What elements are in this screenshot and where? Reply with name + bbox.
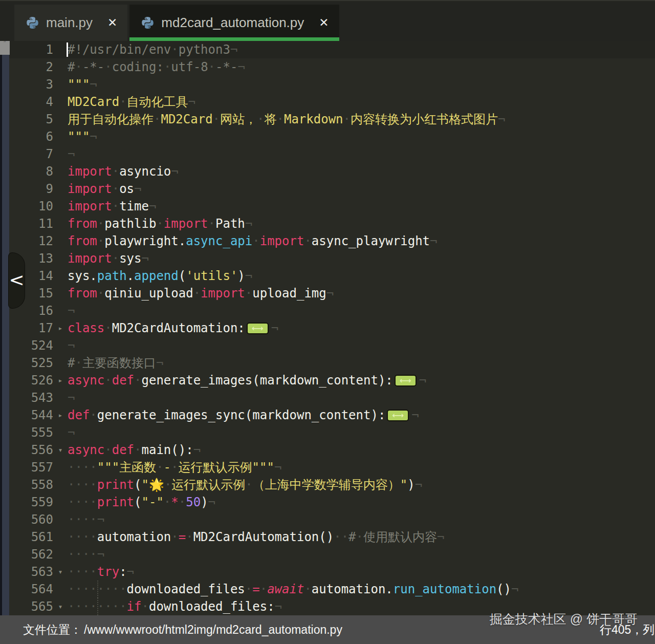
code-line[interactable]: 555¬ [0, 424, 655, 441]
token: ( [179, 269, 186, 283]
folded-code-pill[interactable]: ⟷ [247, 323, 269, 334]
fold-arrow-icon[interactable]: ▸ [53, 406, 68, 424]
code-text[interactable]: import·asyncio¬ [68, 163, 655, 180]
code-line[interactable]: 17▸class·MD2CardAutomation:⟷¬ [0, 319, 655, 337]
code-text[interactable]: import·sys¬ [68, 250, 655, 267]
code-line[interactable]: 1#!/usr/bin/env·python3¬ [0, 41, 655, 58]
code-line[interactable]: 10import·time¬ [0, 198, 655, 215]
whitespace-marks: ···· [68, 495, 97, 509]
token: ) [407, 478, 414, 492]
token: * [171, 495, 178, 509]
code-text[interactable]: """¬ [68, 128, 655, 145]
code-text[interactable]: from·playwright.async_api·import·async_p… [68, 232, 655, 250]
token: import [164, 217, 208, 231]
fold-arrow-icon[interactable]: ▾ [53, 563, 68, 581]
code-line[interactable]: 524¬ [0, 337, 655, 354]
code-text[interactable]: from·pathlib·import·Path¬ [68, 215, 655, 232]
code-text[interactable]: ¬ [68, 302, 655, 319]
code-line[interactable]: 8import·asyncio¬ [0, 163, 655, 180]
code-text[interactable]: 用于自动化操作·MD2Card·网站，·将·Markdown·内容转换为小红书格… [68, 111, 655, 128]
fold-arrow-icon[interactable]: ▸ [53, 372, 68, 389]
code-line[interactable]: 12from·playwright.async_api·import·async… [0, 232, 655, 250]
code-text[interactable]: import·os¬ [68, 180, 655, 198]
code-text[interactable]: ¬ [68, 389, 655, 406]
code-text[interactable]: #!/usr/bin/env·python3¬ [68, 41, 655, 58]
code-line[interactable]: 5用于自动化操作·MD2Card·网站，·将·Markdown·内容转换为小红书… [0, 111, 655, 128]
code-text[interactable]: ····"""主函数·-·运行默认示例"""¬ [68, 459, 655, 476]
folded-code-pill[interactable]: ⟷ [395, 375, 417, 387]
code-line[interactable]: 563▾····try:¬ [0, 563, 655, 581]
whitespace-marks: · [164, 60, 171, 74]
code-text[interactable]: """¬ [68, 76, 655, 93]
code-area[interactable]: 1#!/usr/bin/env·python3¬2#·-*-·coding:·u… [0, 41, 655, 615]
tab-md2card-automation-py[interactable]: md2card_automation.py ✕ [129, 5, 339, 41]
code-line[interactable]: 3"""¬ [0, 76, 655, 93]
fold-gutter [53, 180, 68, 198]
code-text[interactable]: ¬ [68, 424, 655, 441]
code-line[interactable]: 14sys.path.append('utils')¬ [0, 267, 655, 285]
folded-code-pill[interactable]: ⟷ [387, 410, 409, 421]
whitespace-marks: ¬ [415, 478, 422, 492]
code-text[interactable]: ········downloaded_files·=·await·automat… [68, 581, 655, 598]
code-text[interactable]: async·def·generate_images(markdown_conte… [68, 372, 655, 389]
code-line[interactable]: 6"""¬ [0, 128, 655, 145]
code-text[interactable]: ¬ [68, 337, 655, 354]
token: 'utils' [186, 269, 237, 283]
code-line[interactable]: 16¬ [0, 302, 655, 319]
code-text[interactable]: #·-*-·coding:·utf-8·-*-¬ [68, 58, 655, 76]
code-line[interactable]: 564········downloaded_files·=·await·auto… [0, 581, 655, 598]
code-text[interactable]: from·qiniu_upload·import·upload_img¬ [68, 285, 655, 302]
code-text[interactable]: ····try:¬ [68, 563, 655, 581]
whitespace-marks: · [142, 599, 149, 614]
code-text[interactable]: async·def·main():¬ [68, 441, 655, 459]
code-line[interactable]: 559····print("-"·*·50)¬ [0, 493, 655, 511]
code-text[interactable]: ····¬ [68, 546, 655, 563]
code-line[interactable]: 561····automation·=·MD2CardAutomation()·… [0, 528, 655, 546]
code-text[interactable]: ····print("-"·*·50)¬ [68, 493, 655, 511]
code-line[interactable]: 13import·sys¬ [0, 250, 655, 267]
whitespace-marks: · [112, 199, 119, 213]
code-text[interactable]: sys.path.append('utils')¬ [68, 267, 655, 285]
fold-gutter [53, 581, 68, 598]
whitespace-marks: · [90, 408, 97, 422]
fold-arrow-icon[interactable]: ▾ [53, 441, 68, 459]
code-line[interactable]: 7¬ [0, 145, 655, 163]
fold-arrow-icon[interactable]: ▸ [53, 319, 68, 337]
tab-main-py[interactable]: main.py ✕ [14, 5, 127, 41]
code-text[interactable]: ····¬ [68, 511, 655, 528]
code-line[interactable]: 556▾async·def·main():¬ [0, 441, 655, 459]
code-text[interactable]: ····print("🌟·运行默认示例·（上海中学数学辅导内容）")¬ [68, 476, 655, 493]
whitespace-marks: ····¬ [68, 547, 104, 562]
code-text[interactable]: import·time¬ [68, 198, 655, 215]
code-line[interactable]: 558····print("🌟·运行默认示例·（上海中学数学辅导内容）")¬ [0, 476, 655, 493]
fold-gutter [53, 145, 68, 163]
left-scrollbar[interactable] [0, 41, 9, 615]
token: 内容转换为小红书格式图片 [351, 112, 498, 126]
sidebar-collapse-handle[interactable]: < [8, 252, 25, 309]
fold-gutter [53, 76, 68, 93]
code-line[interactable]: 543¬ [0, 389, 655, 406]
whitespace-marks: · [186, 530, 193, 544]
fold-gutter [53, 337, 68, 354]
fold-arrow-icon[interactable]: ▾ [53, 598, 68, 615]
code-line[interactable]: 15from·qiniu_upload·import·upload_img¬ [0, 285, 655, 302]
code-line[interactable]: 557····"""主函数·-·运行默认示例"""¬ [0, 459, 655, 476]
code-line[interactable]: 526▸async·def·generate_images(markdown_c… [0, 372, 655, 389]
code-line[interactable]: 544▸def·generate_images_sync(markdown_co… [0, 406, 655, 424]
code-line[interactable]: 560····¬ [0, 511, 655, 528]
code-text[interactable]: #·主要函数接口¬ [68, 354, 655, 372]
code-line[interactable]: 4MD2Card·自动化工具¬ [0, 93, 655, 111]
code-text[interactable]: ¬ [68, 145, 655, 163]
code-line[interactable]: 2#·-*-·coding:·utf-8·-*-¬ [0, 58, 655, 76]
code-text[interactable]: def·generate_images_sync(markdown_conten… [68, 406, 655, 424]
code-line[interactable]: 9import·os¬ [0, 180, 655, 198]
code-line[interactable]: 11from·pathlib·import·Path¬ [0, 215, 655, 232]
token: if [127, 599, 142, 614]
code-text[interactable]: ····automation·=·MD2CardAutomation()··#·… [68, 528, 655, 546]
code-text[interactable]: MD2Card·自动化工具¬ [68, 93, 655, 111]
code-line[interactable]: 562····¬ [0, 546, 655, 563]
close-icon[interactable]: ✕ [319, 17, 329, 29]
code-text[interactable]: class·MD2CardAutomation:⟷¬ [68, 319, 655, 337]
code-line[interactable]: 525#·主要函数接口¬ [0, 354, 655, 372]
close-icon[interactable]: ✕ [107, 17, 117, 29]
